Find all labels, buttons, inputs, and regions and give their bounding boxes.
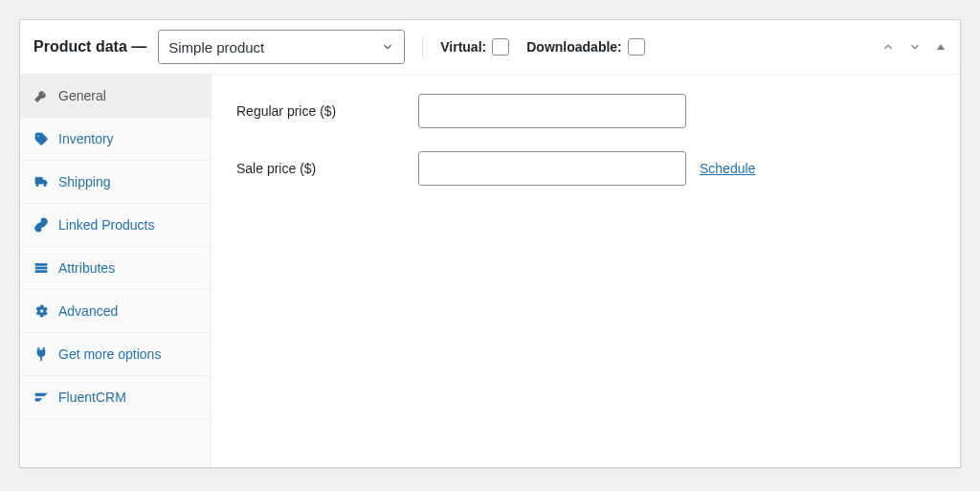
tab-attributes[interactable]: Attributes <box>20 247 211 290</box>
tab-advanced[interactable]: Advanced <box>20 290 211 333</box>
move-up-icon[interactable] <box>881 40 895 54</box>
fluentcrm-icon <box>33 390 49 405</box>
tab-fluentcrm[interactable]: FluentCRM <box>20 376 211 419</box>
tab-label: General <box>58 88 106 103</box>
panel-body: General Inventory Shipping Linked Produc… <box>20 75 960 467</box>
sale-price-row: Sale price ($) Schedule <box>236 151 935 186</box>
sale-price-label: Sale price ($) <box>236 161 418 176</box>
panel-title: Product data — <box>33 38 146 56</box>
product-data-panel: Product data — Simple product Virtual: D… <box>19 19 961 468</box>
regular-price-label: Regular price ($) <box>236 103 418 119</box>
tab-label: Attributes <box>58 260 115 276</box>
tab-linked-products[interactable]: Linked Products <box>20 204 211 247</box>
toggle-panel-icon[interactable] <box>935 41 947 53</box>
list-icon <box>33 260 49 276</box>
panel-header: Product data — Simple product Virtual: D… <box>20 20 960 75</box>
downloadable-checkbox[interactable] <box>628 38 645 56</box>
tab-label: FluentCRM <box>58 390 126 405</box>
product-data-tabs: General Inventory Shipping Linked Produc… <box>20 75 212 467</box>
regular-price-row: Regular price ($) <box>236 94 935 128</box>
link-icon <box>33 217 49 233</box>
tab-label: Linked Products <box>58 217 154 233</box>
svg-marker-0 <box>937 44 945 50</box>
svg-rect-1 <box>35 263 47 265</box>
sale-price-input[interactable] <box>418 151 686 186</box>
svg-rect-3 <box>35 271 47 273</box>
virtual-checkbox[interactable] <box>492 38 509 56</box>
tab-label: Advanced <box>58 303 118 319</box>
panel-handle-controls <box>881 40 947 54</box>
chevron-down-icon <box>381 40 394 54</box>
tab-general[interactable]: General <box>20 75 211 118</box>
downloadable-checkbox-group[interactable]: Downloadable: <box>526 38 645 56</box>
virtual-checkbox-group[interactable]: Virtual: <box>440 38 509 56</box>
tab-inventory[interactable]: Inventory <box>20 118 211 161</box>
move-down-icon[interactable] <box>908 40 922 54</box>
product-type-value: Simple product <box>168 39 264 56</box>
general-tab-content: Regular price ($) Sale price ($) Schedul… <box>212 75 960 467</box>
gear-icon <box>33 303 49 319</box>
virtual-label: Virtual: <box>440 39 486 55</box>
truck-icon <box>33 174 49 190</box>
divider <box>422 36 423 57</box>
tab-get-more-options[interactable]: Get more options <box>20 333 211 376</box>
tab-label: Shipping <box>58 174 111 190</box>
downloadable-label: Downloadable: <box>526 39 622 55</box>
header-checkboxes: Virtual: Downloadable: <box>440 38 645 56</box>
wrench-icon <box>33 88 49 103</box>
tab-label: Inventory <box>58 131 114 146</box>
schedule-link[interactable]: Schedule <box>700 161 755 176</box>
product-type-select[interactable]: Simple product <box>158 30 405 64</box>
regular-price-input[interactable] <box>418 94 686 128</box>
svg-rect-2 <box>35 267 47 269</box>
tab-label: Get more options <box>58 346 161 362</box>
plug-icon <box>33 346 49 362</box>
tag-icon <box>33 131 49 146</box>
tab-shipping[interactable]: Shipping <box>20 161 211 204</box>
